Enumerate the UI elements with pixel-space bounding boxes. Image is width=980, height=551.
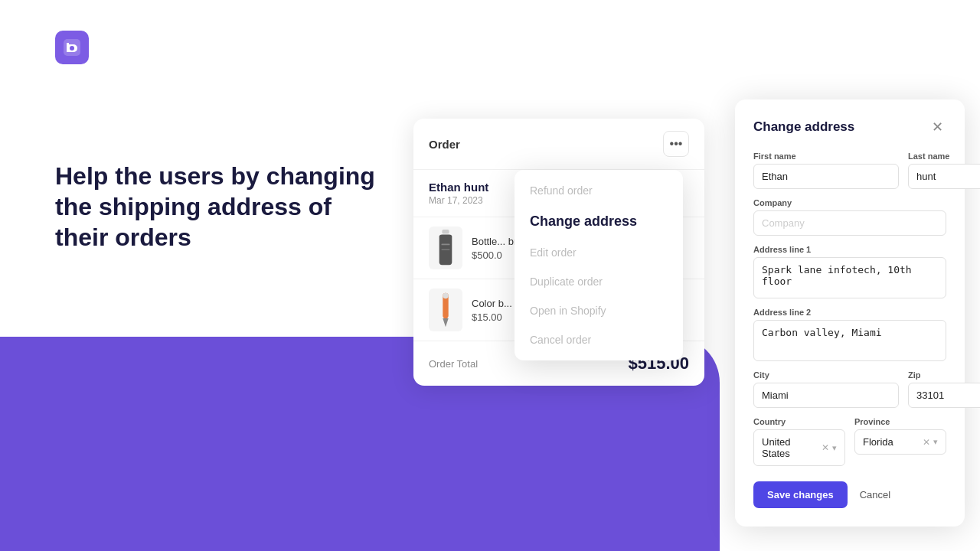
address2-label: Address line 2 (753, 308, 946, 317)
country-chevron-icon[interactable]: ▾ (832, 443, 837, 453)
address2-group: Address line 2 Carbon valley, Miami (753, 308, 946, 361)
svg-marker-6 (443, 318, 448, 327)
item-image-pen (429, 289, 462, 331)
dropdown-item-edit[interactable]: Edit order (514, 238, 683, 267)
city-input[interactable] (753, 383, 899, 408)
dropdown-item-change-address[interactable]: Change address (514, 205, 683, 238)
svg-rect-7 (443, 293, 448, 298)
panel-title: Change address (753, 119, 854, 135)
order-dropdown-menu: Refund order Change address Edit order D… (514, 170, 683, 360)
company-group: Company (753, 198, 946, 236)
order-card-title: Order (429, 138, 460, 151)
province-clear-icon[interactable]: ✕ (923, 437, 930, 448)
last-name-input[interactable] (908, 164, 980, 189)
panel-footer: Save changes Cancel (753, 481, 946, 508)
city-zip-row: City Zip (753, 370, 946, 408)
province-chevron-icon[interactable]: ▾ (933, 437, 938, 447)
dropdown-item-duplicate[interactable]: Duplicate order (514, 267, 683, 296)
company-row: Company (753, 198, 946, 236)
order-total-label: Order Total (429, 358, 478, 370)
zip-label: Zip (908, 370, 980, 380)
first-name-group: First name (753, 152, 899, 189)
province-value: Florida (863, 436, 923, 448)
svg-rect-2 (442, 230, 449, 234)
first-name-label: First name (753, 152, 899, 161)
province-label: Province (854, 417, 946, 426)
cancel-button[interactable]: Cancel (855, 481, 895, 508)
company-label: Company (753, 198, 946, 207)
zip-input[interactable] (908, 383, 980, 408)
panel-header: Change address ✕ (753, 118, 946, 136)
dropdown-item-refund[interactable]: Refund order (514, 176, 683, 205)
country-select[interactable]: United States ✕ ▾ (753, 429, 845, 466)
province-group: Province Florida ✕ ▾ (854, 417, 946, 466)
dropdown-item-cancel[interactable]: Cancel order (514, 325, 683, 354)
country-province-row: Country United States ✕ ▾ Province Flori… (753, 417, 946, 466)
svg-rect-4 (441, 249, 449, 250)
save-changes-button[interactable]: Save changes (753, 481, 848, 508)
address1-row: Address line 1 Spark lane infotech, 10th… (753, 245, 946, 298)
order-card-header: Order ••• (413, 119, 704, 170)
city-label: City (753, 370, 899, 380)
app-logo (55, 31, 89, 64)
order-more-button[interactable]: ••• (663, 131, 689, 157)
last-name-label: Last name (908, 152, 980, 161)
hero-title: Help the users by changing the shipping … (55, 161, 377, 253)
address1-label: Address line 1 (753, 245, 946, 254)
country-clear-icon[interactable]: ✕ (822, 442, 829, 453)
address2-row: Address line 2 Carbon valley, Miami (753, 308, 946, 361)
name-row: First name Last name (753, 152, 946, 189)
svg-point-1 (70, 46, 74, 51)
close-panel-button[interactable]: ✕ (928, 118, 946, 136)
change-address-panel: Change address ✕ First name Last name Co… (735, 99, 965, 527)
item-image-bottle (429, 227, 462, 269)
country-value: United States (762, 436, 822, 459)
first-name-input[interactable] (753, 164, 899, 189)
company-input[interactable] (753, 210, 946, 236)
province-select[interactable]: Florida ✕ ▾ (854, 429, 946, 455)
last-name-group: Last name (908, 152, 980, 189)
address1-input[interactable]: Spark lane infotech, 10th floor (753, 257, 946, 298)
dropdown-item-shopify[interactable]: Open in Shopify (514, 296, 683, 325)
country-group: Country United States ✕ ▾ (753, 417, 845, 466)
zip-group: Zip (908, 370, 980, 408)
city-group: City (753, 370, 899, 408)
address1-group: Address line 1 Spark lane infotech, 10th… (753, 245, 946, 298)
address2-input[interactable]: Carbon valley, Miami (753, 320, 946, 361)
svg-rect-3 (441, 243, 449, 245)
hero-section: Help the users by changing the shipping … (55, 161, 377, 253)
country-label: Country (753, 417, 845, 426)
